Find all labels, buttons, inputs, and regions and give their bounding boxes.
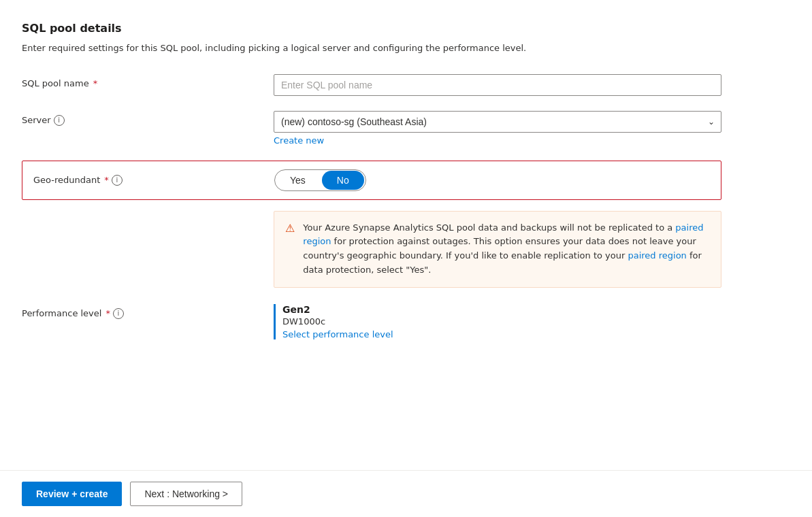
review-create-button[interactable]: Review + create (22, 482, 122, 506)
perf-tier-label: DW1000c (282, 316, 721, 327)
geo-redundant-row: Geo-redundant * i Yes No (22, 161, 721, 200)
main-container: SQL pool details Enter required settings… (0, 0, 749, 339)
section-desc: Enter required settings for this SQL poo… (22, 41, 721, 55)
warning-triangle-icon: ⚠ (285, 222, 295, 278)
geo-warning-box: ⚠ Your Azure Synapse Analytics SQL pool … (274, 211, 721, 288)
select-performance-link[interactable]: Select performance level (282, 329, 721, 339)
perf-gen-label: Gen2 (282, 304, 721, 315)
warning-text: Your Azure Synapse Analytics SQL pool da… (303, 221, 710, 278)
server-row: Server i (new) contoso-sg (Southeast Asi… (22, 111, 721, 146)
geo-toggle-pill: Yes No (274, 169, 366, 191)
perf-info-icon[interactable]: i (113, 308, 124, 319)
geo-toggle-container: Yes No (274, 169, 366, 191)
performance-level-control: Gen2 DW1000c Select performance level (274, 304, 721, 339)
section-title: SQL pool details (22, 22, 721, 35)
geo-info-icon[interactable]: i (112, 175, 123, 186)
next-networking-button[interactable]: Next : Networking > (130, 482, 242, 506)
required-star: * (93, 78, 98, 88)
server-label: Server i (22, 111, 274, 126)
pool-name-input[interactable] (274, 74, 721, 96)
pool-name-control (274, 74, 721, 96)
create-new-link[interactable]: Create new (274, 135, 324, 146)
geo-required-star: * (104, 175, 109, 185)
pool-name-row: SQL pool name * (22, 74, 721, 96)
perf-required-star: * (105, 308, 110, 318)
performance-value-block: Gen2 DW1000c Select performance level (274, 304, 721, 339)
server-control: (new) contoso-sg (Southeast Asia) ⌄ Crea… (274, 111, 721, 146)
performance-level-row: Performance level * i Gen2 DW1000c Selec… (22, 304, 721, 339)
pool-name-label: SQL pool name * (22, 74, 274, 88)
geo-toggle-yes[interactable]: Yes (275, 169, 321, 191)
paired-region-link-2[interactable]: paired region (628, 250, 686, 261)
server-info-icon[interactable]: i (54, 115, 65, 126)
footer: Review + create Next : Networking > (0, 470, 812, 517)
geo-redundant-label: Geo-redundant * i (33, 175, 274, 186)
geo-toggle-no[interactable]: No (322, 171, 364, 190)
server-select-wrapper: (new) contoso-sg (Southeast Asia) ⌄ (274, 111, 721, 133)
server-dropdown[interactable]: (new) contoso-sg (Southeast Asia) (274, 111, 721, 133)
performance-level-label: Performance level * i (22, 304, 274, 319)
